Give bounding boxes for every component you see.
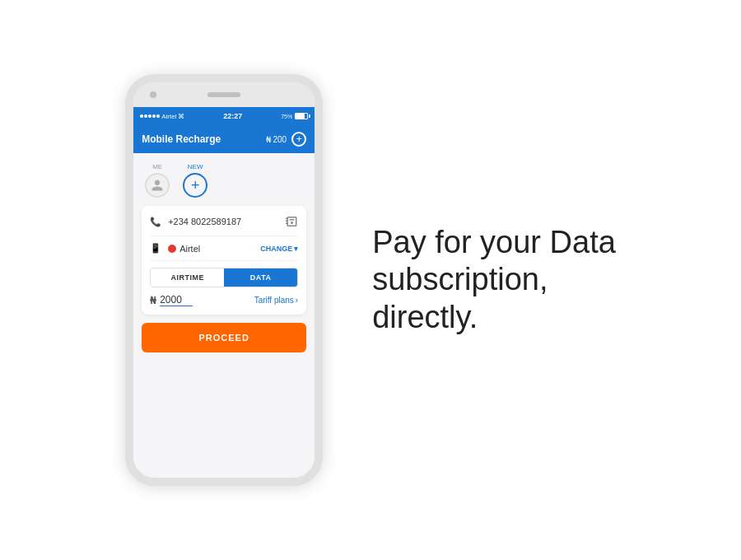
address-book-icon: [283, 214, 298, 229]
phone-screen: ME NEW +: [133, 153, 315, 478]
promo-line-1: Pay for your Data: [372, 225, 616, 259]
add-contact-button[interactable]: +: [183, 173, 207, 198]
amount-row: ₦ 2000 Tariff plans ›: [150, 294, 298, 306]
change-button[interactable]: CHANGE ▾: [260, 245, 298, 253]
amount-input-wrapper: ₦ 2000: [150, 294, 193, 306]
promo-text: Pay for your Data subscription, directly…: [372, 224, 616, 337]
signal-dots: [140, 114, 160, 118]
contact-me[interactable]: ME: [145, 163, 170, 198]
phone-camera: [150, 91, 156, 98]
status-left: Airtel ⌘: [140, 113, 184, 120]
battery-fill: [296, 114, 305, 119]
carrier-row: 📱 Airtel CHANGE ▾: [150, 243, 298, 261]
data-toggle[interactable]: DATA: [224, 268, 297, 287]
me-label: ME: [152, 163, 162, 170]
signal-dot: [144, 114, 147, 118]
contact-new[interactable]: NEW +: [183, 163, 207, 198]
mobile-icon: 📱: [150, 243, 161, 254]
promo-line-2: subscription,: [372, 262, 548, 296]
airtime-toggle[interactable]: AIRTIME: [151, 268, 224, 287]
chevron-down-icon: ▾: [294, 245, 298, 253]
battery-icon: [295, 113, 308, 119]
phone-top-bar: [133, 82, 315, 107]
status-bar: Airtel ⌘ 22:27 75%: [133, 107, 315, 125]
signal-dot: [156, 114, 160, 118]
balance-badge: ₦ 200: [266, 135, 287, 144]
user-icon: [151, 179, 164, 192]
promo-heading: Pay for your Data subscription, directly…: [372, 224, 616, 337]
status-time: 22:27: [223, 112, 242, 120]
promo-line-3: directly.: [372, 300, 478, 334]
status-right: 75%: [281, 113, 308, 119]
phone-number-row: 📞 +234 8022589187: [150, 214, 298, 236]
signal-dot: [152, 114, 156, 118]
content-wrapper: Airtel ⌘ 22:27 75% Mobile Recharge ₦ 200…: [109, 58, 632, 502]
type-toggle: AIRTIME DATA: [150, 268, 298, 287]
signal-dot: [140, 114, 143, 118]
header-right: ₦ 200 +: [266, 132, 306, 147]
form-card: 📞 +234 8022589187 📱 Airte: [142, 206, 306, 315]
chevron-right-icon: ›: [296, 296, 298, 305]
phone-mockup: Airtel ⌘ 22:27 75% Mobile Recharge ₦ 200…: [125, 74, 323, 486]
phone-number-value: +234 8022589187: [168, 217, 277, 226]
carrier-name-text: Airtel: [179, 244, 200, 254]
amount-value[interactable]: 2000: [160, 294, 193, 306]
page-container: Airtel ⌘ 22:27 75% Mobile Recharge ₦ 200…: [0, 0, 741, 560]
carrier-logo: [168, 245, 176, 253]
phone-speaker: [207, 92, 240, 97]
new-label: NEW: [188, 163, 203, 170]
battery-percent: 75%: [281, 114, 292, 119]
carrier-name: Airtel: [161, 113, 176, 120]
naira-sign: ₦: [150, 295, 156, 306]
tariff-plans-link[interactable]: Tariff plans ›: [254, 296, 299, 305]
contact-selector: ME NEW +: [142, 163, 306, 198]
phone-icon: 📞: [150, 217, 161, 227]
proceed-button[interactable]: PROCEED: [142, 323, 306, 352]
contact-book-icon[interactable]: [283, 214, 298, 229]
me-avatar: [145, 173, 170, 198]
wifi-icon: ⌘: [178, 113, 184, 120]
app-header: Mobile Recharge ₦ 200 +: [133, 125, 315, 153]
add-button[interactable]: +: [291, 132, 306, 147]
signal-dot: [148, 114, 151, 118]
carrier-value: Airtel: [168, 244, 254, 254]
app-title: Mobile Recharge: [142, 133, 221, 145]
